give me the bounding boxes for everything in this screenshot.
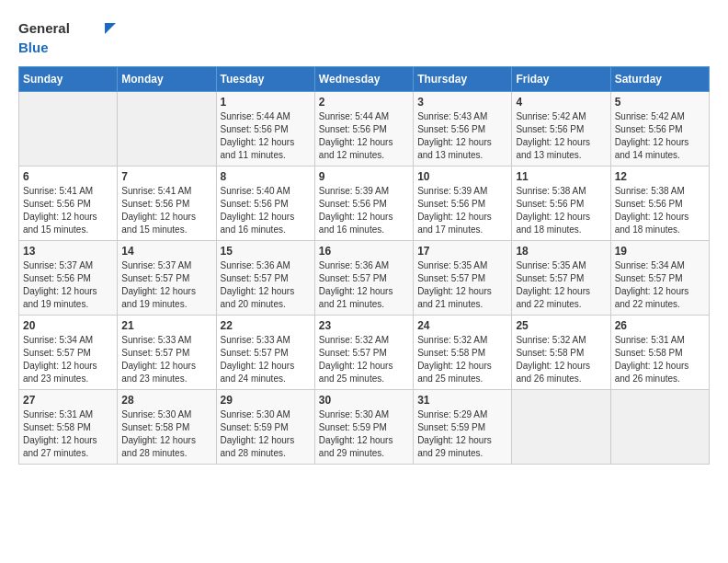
day-info: Sunrise: 5:40 AM Sunset: 5:56 PM Dayligh… [221,185,311,236]
calendar-week-1: 1Sunrise: 5:44 AM Sunset: 5:56 PM Daylig… [19,92,710,167]
calendar-cell: 31Sunrise: 5:29 AM Sunset: 5:59 PM Dayli… [414,390,512,465]
page-header: GeneralBlue [18,18,710,57]
svg-marker-0 [105,23,116,34]
calendar-cell: 18Sunrise: 5:35 AM Sunset: 5:57 PM Dayli… [512,241,610,316]
calendar-cell: 21Sunrise: 5:33 AM Sunset: 5:57 PM Dayli… [118,316,216,390]
day-number: 27 [23,394,113,407]
day-number: 25 [516,319,606,332]
day-info: Sunrise: 5:38 AM Sunset: 5:56 PM Dayligh… [516,185,606,236]
day-number: 19 [615,245,705,258]
day-info: Sunrise: 5:32 AM Sunset: 5:57 PM Dayligh… [319,334,409,385]
day-info: Sunrise: 5:39 AM Sunset: 5:56 PM Dayligh… [319,185,409,236]
day-number: 16 [319,245,409,258]
calendar-cell: 17Sunrise: 5:35 AM Sunset: 5:57 PM Dayli… [414,241,512,316]
calendar-cell: 22Sunrise: 5:33 AM Sunset: 5:57 PM Dayli… [216,316,314,390]
calendar-cell: 11Sunrise: 5:38 AM Sunset: 5:56 PM Dayli… [512,167,610,241]
day-info: Sunrise: 5:31 AM Sunset: 5:58 PM Dayligh… [23,408,113,460]
calendar-cell: 19Sunrise: 5:34 AM Sunset: 5:57 PM Dayli… [610,241,709,316]
calendar-cell: 14Sunrise: 5:37 AM Sunset: 5:57 PM Dayli… [118,241,216,316]
calendar-cell: 27Sunrise: 5:31 AM Sunset: 5:58 PM Dayli… [19,390,118,465]
calendar-cell: 20Sunrise: 5:34 AM Sunset: 5:57 PM Dayli… [19,316,118,390]
day-info: Sunrise: 5:31 AM Sunset: 5:58 PM Dayligh… [615,334,705,385]
day-number: 28 [121,394,211,407]
calendar-cell: 23Sunrise: 5:32 AM Sunset: 5:57 PM Dayli… [314,316,413,390]
day-number: 7 [121,170,211,183]
day-info: Sunrise: 5:37 AM Sunset: 5:56 PM Dayligh… [23,259,113,311]
calendar-week-3: 13Sunrise: 5:37 AM Sunset: 5:56 PM Dayli… [19,241,710,316]
calendar-table: SundayMondayTuesdayWednesdayThursdayFrid… [18,66,710,465]
day-info: Sunrise: 5:29 AM Sunset: 5:59 PM Dayligh… [417,408,507,460]
day-number: 8 [221,170,311,183]
header-monday: Monday [118,67,216,92]
day-number: 15 [221,245,311,258]
calendar-cell: 2Sunrise: 5:44 AM Sunset: 5:56 PM Daylig… [314,92,413,167]
day-info: Sunrise: 5:30 AM Sunset: 5:59 PM Dayligh… [319,408,409,460]
day-number: 30 [319,394,409,407]
day-info: Sunrise: 5:41 AM Sunset: 5:56 PM Dayligh… [23,185,113,236]
day-number: 12 [615,170,705,183]
day-info: Sunrise: 5:42 AM Sunset: 5:56 PM Dayligh… [615,110,705,162]
calendar-cell [19,92,118,167]
day-number: 21 [121,319,211,332]
header-thursday: Thursday [414,67,512,92]
calendar-cell: 26Sunrise: 5:31 AM Sunset: 5:58 PM Dayli… [610,316,709,390]
logo: GeneralBlue [18,18,116,57]
day-info: Sunrise: 5:43 AM Sunset: 5:56 PM Dayligh… [417,110,507,162]
day-info: Sunrise: 5:36 AM Sunset: 5:57 PM Dayligh… [221,259,311,311]
header-friday: Friday [512,67,610,92]
day-number: 31 [417,394,507,407]
day-number: 13 [23,245,113,258]
logo-text: GeneralBlue [18,18,70,57]
day-info: Sunrise: 5:33 AM Sunset: 5:57 PM Dayligh… [121,334,211,385]
day-info: Sunrise: 5:35 AM Sunset: 5:57 PM Dayligh… [516,259,606,311]
calendar-cell: 29Sunrise: 5:30 AM Sunset: 5:59 PM Dayli… [216,390,314,465]
day-info: Sunrise: 5:41 AM Sunset: 5:56 PM Dayligh… [121,185,211,236]
day-info: Sunrise: 5:30 AM Sunset: 5:58 PM Dayligh… [121,408,211,460]
day-info: Sunrise: 5:32 AM Sunset: 5:58 PM Dayligh… [417,334,507,385]
day-number: 5 [615,96,705,109]
header-saturday: Saturday [610,67,709,92]
calendar-cell: 5Sunrise: 5:42 AM Sunset: 5:56 PM Daylig… [610,92,709,167]
calendar-cell: 24Sunrise: 5:32 AM Sunset: 5:58 PM Dayli… [414,316,512,390]
header-wednesday: Wednesday [314,67,413,92]
calendar-cell: 3Sunrise: 5:43 AM Sunset: 5:56 PM Daylig… [414,92,512,167]
calendar-cell: 10Sunrise: 5:39 AM Sunset: 5:56 PM Dayli… [414,167,512,241]
calendar-cell: 8Sunrise: 5:40 AM Sunset: 5:56 PM Daylig… [216,167,314,241]
day-info: Sunrise: 5:44 AM Sunset: 5:56 PM Dayligh… [319,110,409,162]
day-number: 10 [417,170,507,183]
calendar-cell [118,92,216,167]
day-info: Sunrise: 5:33 AM Sunset: 5:57 PM Dayligh… [221,334,311,385]
day-info: Sunrise: 5:37 AM Sunset: 5:57 PM Dayligh… [121,259,211,311]
day-number: 26 [615,319,705,332]
calendar-week-2: 6Sunrise: 5:41 AM Sunset: 5:56 PM Daylig… [19,167,710,241]
header-tuesday: Tuesday [216,67,314,92]
day-number: 9 [319,170,409,183]
calendar-cell: 9Sunrise: 5:39 AM Sunset: 5:56 PM Daylig… [314,167,413,241]
day-info: Sunrise: 5:38 AM Sunset: 5:56 PM Dayligh… [615,185,705,236]
day-number: 29 [221,394,311,407]
calendar-cell [610,390,709,465]
day-info: Sunrise: 5:42 AM Sunset: 5:56 PM Dayligh… [516,110,606,162]
day-info: Sunrise: 5:32 AM Sunset: 5:58 PM Dayligh… [516,334,606,385]
calendar-cell: 7Sunrise: 5:41 AM Sunset: 5:56 PM Daylig… [118,167,216,241]
day-info: Sunrise: 5:30 AM Sunset: 5:59 PM Dayligh… [221,408,311,460]
calendar-cell [512,390,610,465]
day-info: Sunrise: 5:39 AM Sunset: 5:56 PM Dayligh… [417,185,507,236]
header-sunday: Sunday [19,67,118,92]
day-number: 18 [516,245,606,258]
day-info: Sunrise: 5:34 AM Sunset: 5:57 PM Dayligh… [615,259,705,311]
calendar-cell: 12Sunrise: 5:38 AM Sunset: 5:56 PM Dayli… [610,167,709,241]
calendar-cell: 30Sunrise: 5:30 AM Sunset: 5:59 PM Dayli… [314,390,413,465]
day-info: Sunrise: 5:36 AM Sunset: 5:57 PM Dayligh… [319,259,409,311]
day-number: 23 [319,319,409,332]
calendar-cell: 1Sunrise: 5:44 AM Sunset: 5:56 PM Daylig… [216,92,314,167]
calendar-cell: 13Sunrise: 5:37 AM Sunset: 5:56 PM Dayli… [19,241,118,316]
day-number: 6 [23,170,113,183]
calendar-cell: 4Sunrise: 5:42 AM Sunset: 5:56 PM Daylig… [512,92,610,167]
day-number: 17 [417,245,507,258]
logo-svg [70,19,116,56]
calendar-header-row: SundayMondayTuesdayWednesdayThursdayFrid… [19,67,710,92]
calendar-cell: 6Sunrise: 5:41 AM Sunset: 5:56 PM Daylig… [19,167,118,241]
calendar-cell: 16Sunrise: 5:36 AM Sunset: 5:57 PM Dayli… [314,241,413,316]
day-number: 20 [23,319,113,332]
